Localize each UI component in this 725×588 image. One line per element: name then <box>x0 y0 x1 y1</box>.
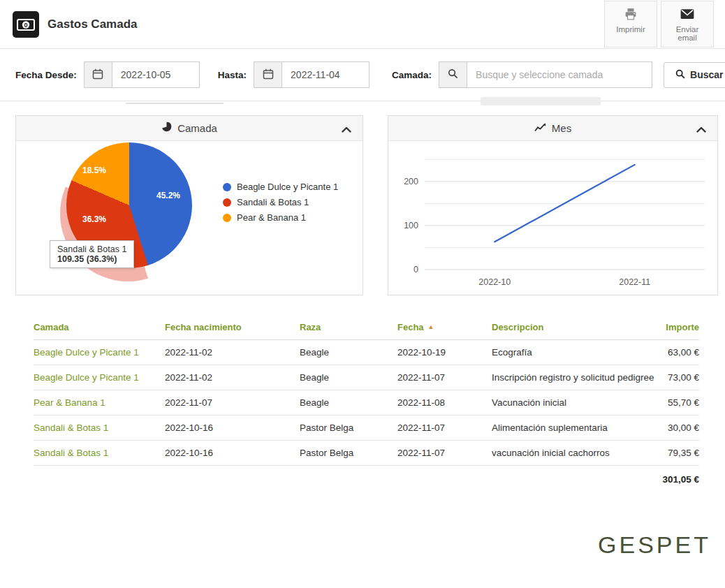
table-row: Beagle Dulce y Picante 12022-11-02Beagle… <box>34 340 699 365</box>
calendar-icon <box>92 68 103 82</box>
chart-toolbar-artifact <box>126 103 224 104</box>
fecha-nacimiento-cell: 2022-10-16 <box>165 416 300 441</box>
pie-legend: Beagle Dulce y Picante 1Sandali & Botas … <box>223 182 338 295</box>
fecha-desde-calendar-button[interactable] <box>84 61 112 88</box>
pie-percent-label: 36.3% <box>82 214 106 224</box>
table-row: Sandali & Botas 12022-10-16Pastor Belga2… <box>34 441 699 466</box>
hasta-calendar-button[interactable] <box>254 61 281 88</box>
camada-input[interactable] <box>467 61 652 88</box>
mes-chart-body: 01002002022-102022-11 <box>388 141 717 295</box>
importe-cell: 30,00 € <box>664 416 699 441</box>
calendar-icon <box>263 68 274 82</box>
svg-text:200: 200 <box>404 177 418 186</box>
legend-label: Pear & Banana 1 <box>237 212 306 223</box>
table-row: Beagle Dulce y Picante 12022-11-02Beagle… <box>34 365 699 390</box>
table-row: Pear & Banana 12022-11-07Beagle2022-11-0… <box>34 390 699 416</box>
header-camada[interactable]: Camada <box>34 315 165 340</box>
mes-panel: Mes 01002002022-102022-11 <box>388 115 718 295</box>
raza-cell: Pastor Belga <box>300 441 397 466</box>
print-button[interactable]: Imprimir <box>604 1 657 47</box>
descripcion-cell: vacunación inicial cachorros <box>492 441 664 466</box>
fecha-cell: 2022-11-08 <box>397 390 492 416</box>
svg-text:2022-11: 2022-11 <box>619 277 650 287</box>
pie-tooltip: Sandali & Botas 1 109.35 (36.3%) <box>50 240 134 268</box>
fecha-desde-label: Fecha Desde: <box>15 70 77 80</box>
fecha-desde-input[interactable] <box>112 61 200 88</box>
hasta-input[interactable] <box>281 61 369 88</box>
table-header-row: Camada Fecha nacimiento Raza Fecha▲ Desc… <box>34 315 699 340</box>
raza-cell: Beagle <box>300 340 397 365</box>
buscar-label: Buscar <box>690 69 723 80</box>
camada-search-button[interactable] <box>439 61 467 88</box>
mes-collapse-button[interactable] <box>695 123 708 136</box>
camada-link[interactable]: Sandali & Botas 1 <box>34 416 165 441</box>
legend-color-dot <box>223 198 231 207</box>
camada-link[interactable]: Beagle Dulce y Picante 1 <box>34 365 165 390</box>
header-descripcion[interactable]: Descripcion <box>492 315 664 340</box>
header-importe[interactable]: Importe <box>664 315 699 340</box>
camada-link[interactable]: Beagle Dulce y Picante 1 <box>34 340 165 365</box>
table-row: Sandali & Botas 12022-10-16Pastor Belga2… <box>34 416 699 441</box>
expenses-table-wrap: Camada Fecha nacimiento Raza Fecha▲ Desc… <box>0 295 725 485</box>
chart-toolbar-artifact <box>481 97 601 105</box>
hasta-group <box>254 61 369 88</box>
money-icon: 0 <box>13 11 39 38</box>
line-chart-icon <box>534 122 546 135</box>
gastos-camada-page: 0 Gastos Camada Imprimir Enviar email Fe… <box>0 0 725 588</box>
camada-panel-title: Camada <box>177 122 217 134</box>
descripcion-cell: Alimentación suplementaria <box>492 416 664 441</box>
raza-cell: Pastor Belga <box>300 416 397 441</box>
raza-cell: Beagle <box>300 390 397 416</box>
sort-asc-icon: ▲ <box>428 323 434 330</box>
legend-item[interactable]: Sandali & Botas 1 <box>223 197 338 207</box>
chart-panels: Camada 45.2% 36.3% 18.5% Beagle Dulce y … <box>0 101 725 295</box>
header-fecha[interactable]: Fecha▲ <box>397 315 492 340</box>
footer: GESPET <box>598 531 711 559</box>
svg-text:0: 0 <box>24 22 27 29</box>
camada-link[interactable]: Pear & Banana 1 <box>34 390 165 416</box>
expenses-table: Camada Fecha nacimiento Raza Fecha▲ Desc… <box>34 315 699 466</box>
fecha-nacimiento-cell: 2022-11-07 <box>165 390 300 416</box>
header-fecha-nacimiento[interactable]: Fecha nacimiento <box>165 315 300 340</box>
chevron-up-icon <box>342 124 351 135</box>
fecha-cell: 2022-11-07 <box>397 365 492 390</box>
legend-color-dot <box>223 214 231 222</box>
camada-collapse-button[interactable] <box>340 123 353 136</box>
fecha-nacimiento-cell: 2022-10-16 <box>165 441 300 466</box>
expenses-table-body: Beagle Dulce y Picante 12022-11-02Beagle… <box>34 340 699 466</box>
camada-link[interactable]: Sandali & Botas 1 <box>34 441 165 466</box>
camada-chart-body: 45.2% 36.3% 18.5% Beagle Dulce y Picante… <box>16 141 362 295</box>
envelope-icon <box>680 8 694 22</box>
camada-label: Camada: <box>392 70 432 80</box>
pie-percent-label: 18.5% <box>82 166 106 175</box>
fecha-cell: 2022-11-07 <box>397 416 492 441</box>
topbar-actions: Imprimir Enviar email <box>604 1 714 47</box>
importe-cell: 63,00 € <box>664 340 699 365</box>
raza-cell: Beagle <box>300 365 397 390</box>
brand: 0 Gastos Camada <box>13 11 138 38</box>
fecha-desde-group <box>84 61 200 88</box>
camada-panel-header: Camada <box>16 116 362 141</box>
fecha-nacimiento-cell: 2022-11-02 <box>165 365 300 390</box>
pie-tooltip-value: 109.35 (36.3%) <box>57 254 126 264</box>
camada-group <box>439 61 652 88</box>
camada-panel: Camada 45.2% 36.3% 18.5% Beagle Dulce y … <box>15 115 363 295</box>
svg-text:2022-10: 2022-10 <box>478 277 511 287</box>
chevron-up-icon <box>696 124 706 135</box>
buscar-button[interactable]: Buscar <box>664 62 725 88</box>
email-button[interactable]: Enviar email <box>661 1 714 47</box>
svg-text:0: 0 <box>413 265 418 274</box>
pie-chart-icon <box>161 122 172 135</box>
gespet-logo: GESPET <box>598 531 711 559</box>
pie-percent-label: 45.2% <box>156 191 180 200</box>
descripcion-cell: Ecografía <box>492 340 664 365</box>
search-icon <box>448 68 458 81</box>
header-raza[interactable]: Raza <box>300 315 397 340</box>
legend-item[interactable]: Beagle Dulce y Picante 1 <box>223 182 338 192</box>
line-chart[interactable]: 01002002022-102022-11 <box>391 144 715 292</box>
descripcion-cell: Inscripción registro y solicitud pedigre… <box>492 365 664 390</box>
email-label: Enviar email <box>666 25 709 42</box>
legend-item[interactable]: Pear & Banana 1 <box>223 212 338 223</box>
importe-cell: 55,70 € <box>664 390 699 416</box>
mes-panel-title: Mes <box>552 122 571 134</box>
